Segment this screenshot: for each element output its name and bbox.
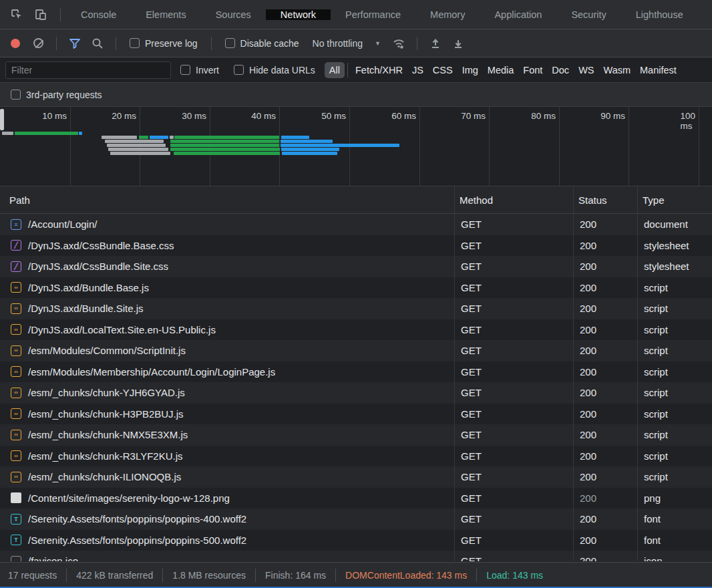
third-party-requests-toggle[interactable]: 3rd-party requests <box>5 90 108 100</box>
request-row[interactable]: /favicon.icoGET200icon <box>0 551 712 561</box>
filter-chip-media[interactable]: Media <box>483 62 519 78</box>
filter-chip-wasm[interactable]: Wasm <box>598 62 635 78</box>
column-header-method[interactable]: Method <box>454 194 573 206</box>
clear-network-log-button[interactable] <box>28 34 48 53</box>
tab-memory[interactable]: Memory <box>415 9 480 20</box>
column-divider[interactable] <box>637 186 638 561</box>
tab-elements[interactable]: Elements <box>131 9 200 20</box>
column-header-path[interactable]: Path <box>0 194 454 206</box>
filter-chip-all[interactable]: All <box>325 62 345 78</box>
request-status: 200 <box>573 471 637 482</box>
request-row[interactable]: /Content/site/images/serenity-logo-w-128… <box>0 488 712 509</box>
device-toolbar-icon[interactable] <box>33 7 48 22</box>
request-row[interactable]: ╱/DynJS.axd/CssBundle.Base.cssGET200styl… <box>0 235 712 257</box>
filter-toggle-button[interactable] <box>65 34 85 53</box>
record-network-log-button[interactable] <box>5 34 25 53</box>
request-status: 200 <box>573 408 637 420</box>
request-path: /esm/Modules/Membership/Account/Login/Lo… <box>28 366 275 378</box>
divider <box>60 8 61 21</box>
tab-console[interactable]: Console <box>66 9 131 20</box>
request-row[interactable]: ‹›/esm/Modules/Common/ScriptInit.jsGET20… <box>0 340 712 361</box>
overview-drag-handle[interactable] <box>0 109 4 130</box>
search-button[interactable] <box>87 34 108 53</box>
filter-chip-font[interactable]: Font <box>518 62 547 78</box>
tab-performance[interactable]: Performance <box>331 9 415 20</box>
export-har-button[interactable] <box>448 34 468 53</box>
waterfall-bar-blue <box>150 136 168 139</box>
invert-toggle[interactable]: Invert <box>175 65 224 76</box>
waterfall-bar-green <box>174 136 279 139</box>
filter-input[interactable] <box>5 61 171 79</box>
inspect-element-icon[interactable] <box>9 7 24 22</box>
request-row[interactable]: ‹›/DynJS.axd/Bundle.Site.jsGET200script <box>0 298 712 319</box>
preserve-log-checkbox[interactable] <box>130 38 140 48</box>
waterfall-bar-green <box>15 132 78 135</box>
request-row[interactable]: ≡/Account/Login/GET200document <box>0 214 712 235</box>
tab-security[interactable]: Security <box>556 9 620 20</box>
summary-item: 422 kB transferred <box>76 570 153 581</box>
filter-chip-doc[interactable]: Doc <box>547 62 574 78</box>
waterfall-bar-blue <box>281 140 333 143</box>
request-method: GET <box>454 282 573 293</box>
request-row[interactable]: ‹›/esm/_chunks/chunk-H3PB2BUJ.jsGET200sc… <box>0 404 712 425</box>
timeline-gridline <box>279 107 280 186</box>
disable-cache-toggle[interactable]: Disable cache <box>220 38 305 49</box>
tab-network[interactable]: Network <box>266 9 331 20</box>
request-type: script <box>637 471 712 482</box>
request-row[interactable]: T/Serenity.Assets/fonts/poppins/poppins-… <box>0 530 712 551</box>
request-path-cell: ╱/DynJS.axd/CssBundle.Site.css <box>0 261 454 272</box>
waterfall-bar-blue <box>79 132 82 135</box>
request-path: /Serenity.Assets/fonts/poppins/poppins-4… <box>28 513 246 525</box>
filter-chip-ws[interactable]: WS <box>574 62 598 78</box>
request-row[interactable]: T/Serenity.Assets/fonts/poppins/poppins-… <box>0 508 712 530</box>
request-type: script <box>637 450 712 462</box>
network-overview-timeline[interactable]: 10 ms20 ms30 ms40 ms50 ms60 ms70 ms80 ms… <box>0 107 712 186</box>
request-row[interactable]: ‹›/esm/Modules/Membership/Account/Login/… <box>0 361 712 383</box>
request-type: script <box>637 282 712 293</box>
import-har-button[interactable] <box>425 34 446 53</box>
filter-chip-fetch-xhr[interactable]: Fetch/XHR <box>351 62 407 78</box>
filter-chip-css[interactable]: CSS <box>428 62 458 78</box>
third-party-requests-checkbox[interactable] <box>11 90 21 100</box>
column-divider[interactable] <box>573 186 574 561</box>
divider <box>417 37 417 50</box>
request-method: GET <box>454 387 573 398</box>
column-header-status[interactable]: Status <box>573 194 637 206</box>
request-status: 200 <box>573 555 637 561</box>
hide-data-urls-label: Hide data URLs <box>249 65 315 76</box>
chevron-down-icon: ▼ <box>375 40 381 47</box>
js-resource-icon: ‹› <box>11 303 21 314</box>
timeline-tick-label: 70 ms <box>461 111 489 121</box>
request-row[interactable]: ‹›/esm/_chunks/chunk-ILIONOQB.jsGET200sc… <box>0 466 712 488</box>
request-row[interactable]: ‹›/DynJS.axd/LocalText.Site.en-US.Public… <box>0 319 712 341</box>
request-row[interactable]: ╱/DynJS.axd/CssBundle.Site.cssGET200styl… <box>0 256 712 277</box>
divider <box>162 569 163 582</box>
request-status: 200 <box>573 261 637 272</box>
request-row[interactable]: ‹›/esm/_chunks/chunk-R3LYF2KU.jsGET200sc… <box>0 446 712 467</box>
divider <box>255 569 256 582</box>
waterfall-bar-blue <box>281 136 309 139</box>
timeline-gridline <box>559 107 560 186</box>
disable-cache-checkbox[interactable] <box>225 38 235 48</box>
tab-application[interactable]: Application <box>480 9 556 20</box>
js-resource-icon: ‹› <box>11 366 21 377</box>
tab-sources[interactable]: Sources <box>201 9 266 20</box>
hide-data-urls-checkbox[interactable] <box>234 65 244 75</box>
tab-lighthouse[interactable]: Lighthouse <box>621 9 698 20</box>
request-row[interactable]: ‹›/esm/_chunks/chunk-NMX5E3XM.jsGET200sc… <box>0 424 712 446</box>
request-path: /esm/_chunks/chunk-ILIONOQB.js <box>28 471 181 482</box>
filter-chip-manifest[interactable]: Manifest <box>635 62 681 78</box>
filter-chip-img[interactable]: Img <box>458 62 483 78</box>
invert-checkbox[interactable] <box>180 65 190 75</box>
request-row[interactable]: ‹›/DynJS.axd/Bundle.Base.jsGET200script <box>0 277 712 299</box>
request-row[interactable]: ‹›/esm/_chunks/chunk-YJH6GYAD.jsGET200sc… <box>0 382 712 404</box>
throttling-dropdown[interactable]: No throttling ▼ <box>307 38 386 49</box>
column-divider[interactable] <box>454 186 455 561</box>
request-status: 200 <box>573 492 637 504</box>
hide-data-urls-toggle[interactable]: Hide data URLs <box>228 65 321 76</box>
network-conditions-button[interactable] <box>389 34 409 53</box>
preserve-log-toggle[interactable]: Preserve log <box>124 38 203 49</box>
request-path: /favicon.ico <box>28 555 78 561</box>
column-header-type[interactable]: Type <box>637 194 712 206</box>
filter-chip-js[interactable]: JS <box>407 62 428 78</box>
